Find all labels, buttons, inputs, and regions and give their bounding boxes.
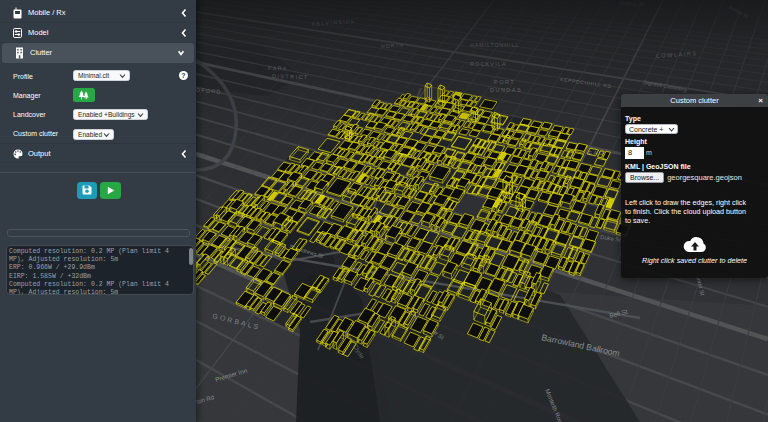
svg-text:?: ? [181,72,185,79]
